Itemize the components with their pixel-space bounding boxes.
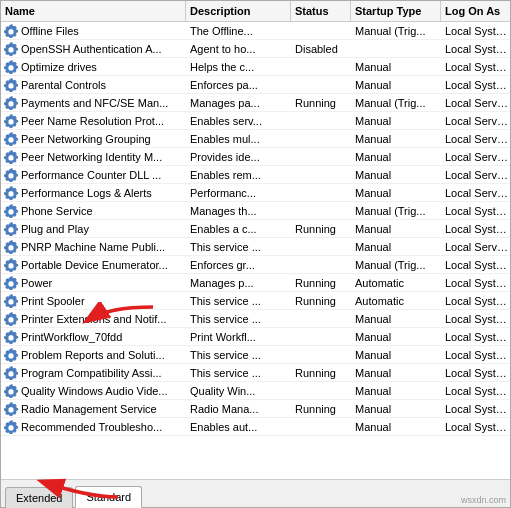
table-row[interactable]: Peer Name Resolution Prot...Enables serv… [1,112,510,130]
row-name-text: PNRP Machine Name Publi... [21,241,165,253]
tab-standard[interactable]: Standard [75,486,142,508]
row-name-cell: Peer Name Resolution Prot... [1,112,186,130]
row-logon: Local Syste... [441,60,510,74]
row-desc: This service ... [186,348,291,362]
svg-point-21 [9,407,13,411]
row-startup: Manual [351,60,441,74]
header-startup[interactable]: Startup Type [351,1,441,21]
table-row[interactable]: Recommended Troublesho...Enables aut...M… [1,418,510,436]
row-name-cell: Radio Management Service [1,400,186,418]
row-desc: Enables mul... [186,132,291,146]
row-status [291,264,351,266]
row-name-cell: Peer Networking Identity M... [1,148,186,166]
row-startup: Manual [351,420,441,434]
table-row[interactable]: PrintWorkflow_70fddPrint Workfl...Manual… [1,328,510,346]
table-body: Offline FilesThe Offline...Manual (Trig.… [1,22,510,479]
table-row[interactable]: Problem Reports and Soluti...This servic… [1,346,510,364]
row-name-text: Recommended Troublesho... [21,421,162,433]
table-row[interactable]: Plug and PlayEnables a c...RunningManual… [1,220,510,238]
row-logon: Local Syste... [441,204,510,218]
header-name[interactable]: Name [1,1,186,21]
row-name-text: PrintWorkflow_70fdd [21,331,122,343]
table-row[interactable]: Peer Networking GroupingEnables mul...Ma… [1,130,510,148]
table-row[interactable]: OpenSSH Authentication A...Agent to ho..… [1,40,510,58]
table-row[interactable]: Quality Windows Audio Vide...Quality Win… [1,382,510,400]
row-desc: This service ... [186,312,291,326]
row-startup: Manual [351,168,441,182]
row-logon: Local Service [441,168,510,182]
header-desc[interactable]: Description [186,1,291,21]
table-row[interactable]: Peer Networking Identity M...Provides id… [1,148,510,166]
svg-point-22 [9,425,13,429]
table-row[interactable]: Parental ControlsEnforces pa...ManualLoc… [1,76,510,94]
table-row[interactable]: Performance Logs & AlertsPerformanc...Ma… [1,184,510,202]
table-row[interactable]: PNRP Machine Name Publi...This service .… [1,238,510,256]
row-status [291,318,351,320]
table-row[interactable]: Optimize drivesHelps the c...ManualLocal… [1,58,510,76]
gear-icon [3,239,19,255]
row-status [291,390,351,392]
row-logon: Local Syste... [441,222,510,236]
svg-point-4 [9,101,13,105]
gear-icon [3,293,19,309]
row-desc: This service ... [186,240,291,254]
svg-point-15 [9,299,13,303]
row-startup: Manual [351,330,441,344]
row-name-cell: Performance Logs & Alerts [1,184,186,202]
row-name-text: Print Spooler [21,295,85,307]
row-startup: Manual [351,348,441,362]
row-status [291,336,351,338]
table-row[interactable]: Offline FilesThe Offline...Manual (Trig.… [1,22,510,40]
row-desc: Enforces pa... [186,78,291,92]
row-name-cell: Recommended Troublesho... [1,418,186,436]
header-logon[interactable]: Log On As [441,1,511,21]
row-startup: Automatic [351,294,441,308]
row-logon: Local Service [441,186,510,200]
row-logon: Local Service [441,150,510,164]
table-row[interactable]: Portable Device Enumerator...Enforces gr… [1,256,510,274]
row-name-cell: Peer Networking Grouping [1,130,186,148]
gear-icon [3,149,19,165]
row-desc: Manages th... [186,204,291,218]
row-desc: This service ... [186,366,291,380]
table-row[interactable]: Program Compatibility Assi...This servic… [1,364,510,382]
table-row[interactable]: Printer Extensions and Notif...This serv… [1,310,510,328]
svg-point-13 [9,263,13,267]
row-status [291,66,351,68]
table-row[interactable]: PowerManages p...RunningAutomaticLocal S… [1,274,510,292]
row-startup: Automatic [351,276,441,290]
table-row[interactable]: Phone ServiceManages th...Manual (Trig..… [1,202,510,220]
row-status [291,30,351,32]
row-name-text: Peer Name Resolution Prot... [21,115,164,127]
watermark: wsxdn.com [461,495,506,505]
svg-point-10 [9,209,13,213]
row-desc: Helps the c... [186,60,291,74]
row-logon: Local Syste... [441,258,510,272]
table-row[interactable]: Print SpoolerThis service ...RunningAuto… [1,292,510,310]
svg-point-16 [9,317,13,321]
row-startup: Manual [351,186,441,200]
row-startup: Manual [351,114,441,128]
table-row[interactable]: Performance Counter DLL ...Enables rem..… [1,166,510,184]
row-name-cell: Payments and NFC/SE Man... [1,94,186,112]
row-desc: Manages p... [186,276,291,290]
tab-extended[interactable]: Extended [5,487,73,508]
row-logon: Local Syste... [441,366,510,380]
gear-icon [3,419,19,435]
svg-point-2 [9,65,13,69]
row-status: Running [291,294,351,308]
table-row[interactable]: Radio Management ServiceRadio Mana...Run… [1,400,510,418]
row-logon: Local Syste... [441,42,510,56]
row-name-text: Payments and NFC/SE Man... [21,97,168,109]
row-status: Disabled [291,42,351,56]
svg-point-18 [9,353,13,357]
row-logon: Local Syste... [441,312,510,326]
gear-icon [3,401,19,417]
row-startup [351,48,441,50]
header-status[interactable]: Status [291,1,351,21]
table-row[interactable]: Payments and NFC/SE Man...Manages pa...R… [1,94,510,112]
row-name-text: Power [21,277,52,289]
row-startup: Manual (Trig... [351,258,441,272]
svg-point-17 [9,335,13,339]
gear-icon [3,203,19,219]
